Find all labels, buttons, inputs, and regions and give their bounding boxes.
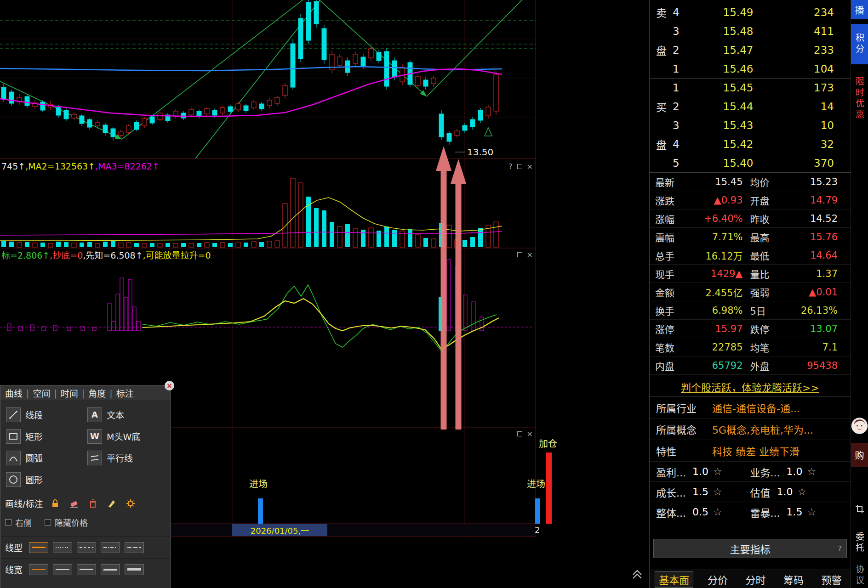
tool-glyph[interactable]: A文本 bbox=[86, 404, 167, 425]
order-book-row[interactable]: 515.40370 bbox=[650, 153, 851, 172]
stat-value: 2.455亿 bbox=[697, 285, 750, 299]
stat-value: 14.64 bbox=[793, 250, 845, 261]
arc-icon bbox=[8, 453, 18, 463]
promo-link[interactable]: 判个股活跃，体验龙腾活跃>> bbox=[681, 379, 819, 394]
line-width-button[interactable] bbox=[125, 564, 144, 575]
close-icon[interactable]: × bbox=[527, 162, 533, 171]
stat-label: 量比 bbox=[750, 267, 793, 281]
eraser-button[interactable] bbox=[68, 498, 80, 509]
tool-arc[interactable]: 圆弧 bbox=[4, 447, 86, 469]
info-link[interactable]: 通信-通信设备-通... bbox=[712, 400, 800, 415]
main-indicator-button[interactable]: 主要指标 ? bbox=[653, 539, 847, 558]
maximize-icon[interactable] bbox=[517, 164, 522, 169]
rating-value: 1.5 bbox=[786, 506, 802, 518]
agreement-label: 协议 bbox=[853, 565, 866, 587]
close-icon[interactable]: × bbox=[527, 430, 533, 438]
line-style-button[interactable] bbox=[125, 542, 144, 553]
close-icon[interactable]: × bbox=[527, 250, 533, 259]
order-level: 2 bbox=[673, 44, 692, 56]
stat-label: 跌停 bbox=[750, 322, 793, 336]
toolbar-tab[interactable]: 时间 bbox=[61, 387, 78, 399]
order-volume: 173 bbox=[784, 82, 844, 94]
bottom-tab[interactable]: 分价 bbox=[704, 571, 731, 587]
tool-rect[interactable]: 矩形 bbox=[4, 425, 86, 447]
line-style-button[interactable] bbox=[53, 542, 72, 553]
panel-window-controls: × bbox=[517, 430, 536, 438]
info-link[interactable]: 5G概念,充电桩,华为... bbox=[712, 422, 813, 436]
toolbar-tab[interactable]: 标注 bbox=[116, 387, 134, 399]
broadcast-badge[interactable]: 播 bbox=[851, 0, 868, 19]
close-icon[interactable]: × bbox=[165, 381, 174, 390]
maximize-icon[interactable] bbox=[517, 431, 522, 436]
rating-row: 成长...1.5☆估值1.0☆ bbox=[650, 482, 851, 502]
line-style-button[interactable] bbox=[101, 542, 120, 553]
help-icon[interactable]: ? bbox=[838, 544, 842, 553]
stat-row: 震幅7.71%最高15.76 bbox=[650, 228, 851, 246]
rating-row: 盈利...1.0☆业务...1.0☆ bbox=[650, 462, 851, 482]
help-icon[interactable]: ? bbox=[508, 162, 513, 171]
tool-glyph[interactable]: WM头W底 bbox=[86, 425, 167, 447]
checkbox[interactable] bbox=[5, 519, 11, 526]
gear-button[interactable] bbox=[125, 498, 137, 509]
order-book-row[interactable]: 盘415.4232 bbox=[650, 135, 851, 153]
toolbar-tab[interactable]: 空间 bbox=[33, 387, 50, 399]
bottom-tab[interactable]: 分时 bbox=[742, 571, 769, 587]
maximize-icon[interactable] bbox=[517, 252, 522, 257]
toolbar-tab[interactable]: 曲线 bbox=[5, 387, 23, 399]
toolbar-checkbox[interactable]: 右侧 bbox=[5, 516, 32, 528]
volume-panel-header: 745↑,MA2=132563↑,MA3=82262↑ ?× bbox=[0, 160, 536, 172]
star-icon[interactable]: ☆ bbox=[713, 486, 722, 498]
line-width-button[interactable] bbox=[53, 564, 72, 575]
order-book-row[interactable]: 115.45173 bbox=[650, 78, 851, 97]
toolbar-checkbox[interactable]: 隐藏价格 bbox=[45, 516, 88, 528]
info-link[interactable]: 科技 绩差 业绩下滑 bbox=[712, 443, 799, 458]
side-strip: 播 积分 限时优惠 购 委托 协议 bbox=[851, 0, 868, 588]
stat-label: 震幅 bbox=[655, 230, 697, 244]
order-book-row[interactable]: 115.46104 bbox=[650, 59, 851, 78]
tool-circle[interactable]: 圆形 bbox=[4, 469, 86, 490]
tool-line[interactable]: 线段 bbox=[4, 404, 86, 425]
order-book-row[interactable]: 315.48411 bbox=[650, 22, 851, 40]
orders-badge[interactable]: 委托 bbox=[851, 526, 868, 560]
lock-button[interactable] bbox=[49, 498, 61, 509]
screenshot-icon[interactable] bbox=[851, 499, 868, 519]
star-icon[interactable]: ☆ bbox=[807, 506, 816, 518]
order-book-row[interactable]: 卖415.49234 bbox=[650, 3, 851, 22]
toolbar-tab[interactable]: 角度 bbox=[88, 387, 106, 399]
agreement-badge[interactable]: 协议 bbox=[851, 563, 868, 588]
collapse-chevron-icon[interactable] bbox=[631, 568, 644, 581]
date-axis-highlight[interactable]: 2026/01/05,一 bbox=[232, 524, 327, 536]
stat-label: 总手 bbox=[655, 249, 697, 262]
bottom-tab[interactable]: 筹码 bbox=[780, 571, 807, 587]
limited-offer-badge[interactable]: 限时优惠 bbox=[851, 69, 868, 129]
points-badge[interactable]: 积分 bbox=[851, 24, 868, 64]
order-book-row[interactable]: 315.4310 bbox=[650, 116, 851, 135]
line-width-button[interactable] bbox=[77, 564, 96, 575]
order-price: 15.43 bbox=[692, 119, 784, 131]
order-volume: 14 bbox=[784, 101, 844, 113]
order-volume: 104 bbox=[784, 63, 844, 75]
buy-badge[interactable]: 购 bbox=[851, 443, 868, 467]
star-icon[interactable]: ☆ bbox=[807, 466, 816, 477]
order-book-row[interactable]: 盘215.47233 bbox=[650, 40, 851, 59]
bottom-tab[interactable]: 基本面 bbox=[655, 571, 693, 588]
star-icon[interactable]: ☆ bbox=[713, 506, 722, 518]
order-book-row[interactable]: 买215.4414 bbox=[650, 97, 851, 116]
brush-button[interactable] bbox=[106, 498, 118, 509]
bottom-tab[interactable]: 预警 bbox=[818, 571, 845, 587]
indicator-values: 标=2.806↑,抄底=0,先知=6.508↑,可能放量拉升=0 bbox=[1, 249, 211, 261]
circle-icon bbox=[8, 475, 18, 485]
line-style-button[interactable] bbox=[29, 542, 48, 553]
star-icon[interactable]: ☆ bbox=[798, 486, 807, 498]
bottom-tab-bar: 基本面分价分时筹码预警 bbox=[650, 570, 851, 588]
avatar[interactable] bbox=[851, 413, 868, 439]
checkbox[interactable] bbox=[45, 519, 51, 526]
star-icon[interactable]: ☆ bbox=[713, 466, 722, 477]
tool-parallel[interactable]: 平行线 bbox=[86, 447, 167, 469]
trash-button[interactable] bbox=[87, 498, 99, 509]
lock-icon bbox=[50, 498, 60, 509]
line-width-button[interactable] bbox=[101, 564, 120, 575]
line-width-button[interactable] bbox=[29, 564, 48, 575]
stat-value: 16.12万 bbox=[697, 249, 750, 262]
line-style-button[interactable] bbox=[77, 542, 96, 553]
